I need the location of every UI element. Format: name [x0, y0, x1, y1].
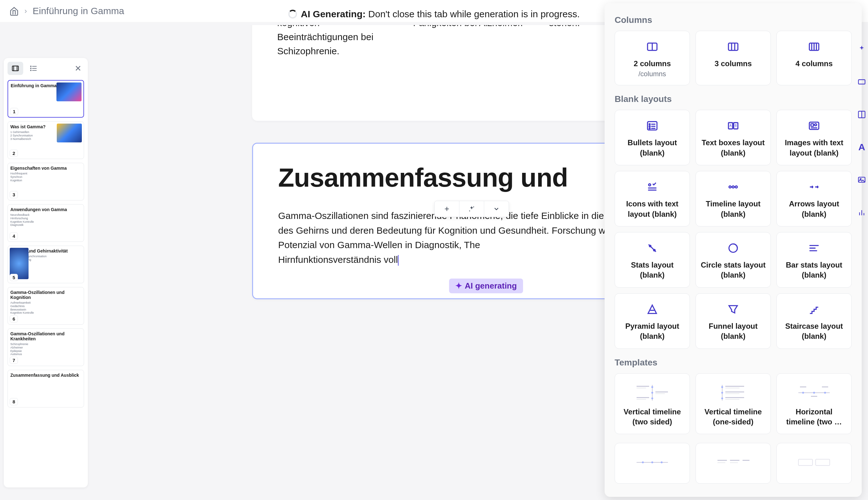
- svg-rect-0: [12, 66, 19, 71]
- svg-rect-15: [728, 43, 738, 50]
- layout-option-bars[interactable]: Bar stats layout (blank): [776, 232, 852, 288]
- svg-point-35: [815, 124, 817, 126]
- layout-shortcut: /columns: [619, 70, 686, 78]
- svg-text:B: B: [735, 124, 737, 128]
- layout-label: 4 columns: [780, 59, 848, 69]
- layout-label: Staircase layout (blank): [780, 321, 848, 342]
- layout-option-pyramid[interactable]: Pyramid layout (blank): [615, 293, 690, 349]
- layout-label: Bar stats layout (blank): [780, 260, 848, 281]
- para-part-2: tenzial von Gamma-Wellen in Diagnostik, …: [290, 240, 481, 250]
- svg-rect-87: [730, 462, 738, 463]
- svg-point-27: [649, 128, 650, 129]
- svg-rect-79: [822, 386, 828, 387]
- card-col-2[interactable]: potenzieller Biomarker für den Abbau kog…: [413, 25, 530, 58]
- layout-label: Bullets layout (blank): [619, 138, 686, 158]
- svg-point-64: [721, 386, 723, 388]
- layout-option-m3[interactable]: [776, 443, 852, 484]
- layout-label: Timeline layout (blank): [699, 199, 767, 219]
- bullets-icon: [619, 118, 686, 133]
- svg-rect-71: [725, 397, 744, 398]
- timeline-icon: [699, 179, 767, 194]
- layout-option-vt1[interactable]: Vertical timeline (one-sided): [695, 373, 771, 434]
- svg-rect-60: [656, 393, 665, 394]
- layout-option-ht[interactable]: Horizontal timeline (two …: [776, 373, 852, 434]
- svg-rect-68: [725, 388, 739, 388]
- home-icon[interactable]: [9, 6, 19, 16]
- svg-point-42: [732, 186, 734, 188]
- svg-point-81: [642, 462, 644, 463]
- card-col-1[interactable]: Gamma-Aktivitäten stehen in Verbindung m…: [277, 25, 394, 58]
- chevron-right-icon: ›: [24, 7, 27, 15]
- filmstrip-tab[interactable]: [8, 62, 23, 75]
- svg-point-47: [653, 249, 655, 251]
- layout-option-col4[interactable]: 4 columns: [776, 31, 852, 85]
- sidebar-tabs: ✕: [8, 62, 84, 75]
- vt2-icon: [619, 382, 686, 404]
- rail-layout-icon[interactable]: [856, 109, 867, 120]
- slide-number: 1: [10, 108, 18, 115]
- slide-thumb-7[interactable]: Gamma-Oszillationen und KrankheitenSchiz…: [8, 328, 84, 366]
- slide-thumb-3[interactable]: Eigenschaften von GammaHochfrequentSynch…: [8, 163, 84, 201]
- layout-option-textboxes[interactable]: ABText boxes layout (blank): [695, 110, 771, 165]
- layout-option-bullets[interactable]: Bullets layout (blank): [615, 110, 690, 165]
- svg-rect-62: [637, 399, 646, 400]
- layout-option-col3[interactable]: 3 columns: [695, 31, 771, 85]
- slide-number: 6: [10, 315, 18, 322]
- layout-option-stats[interactable]: Stats layout (blank): [615, 232, 690, 288]
- slide-thumb-1[interactable]: Einführung in Gamma1: [8, 80, 84, 118]
- layout-label: Circle stats layout (blank): [699, 260, 767, 281]
- slide-thumb-6[interactable]: Gamma-Oszillationen und KognitionAufmerk…: [8, 287, 84, 325]
- layout-option-imgtext[interactable]: Images with text layout (blank): [776, 110, 852, 165]
- icontext-icon: [619, 179, 686, 194]
- breadcrumb-title[interactable]: Einführung in Gamma: [33, 5, 124, 16]
- svg-rect-72: [725, 399, 739, 400]
- slide-number: 2: [10, 150, 18, 157]
- layout-option-icontext[interactable]: Icons with text layout (blank): [615, 171, 690, 226]
- layout-label: Arrows layout (blank): [780, 199, 848, 219]
- layout-option-m2[interactable]: [695, 443, 771, 484]
- layout-option-col2[interactable]: 2 columns/columns: [615, 31, 690, 85]
- list-tab[interactable]: [26, 62, 42, 75]
- layout-label: Icons with text layout (blank): [619, 199, 686, 219]
- add-card-button[interactable]: [435, 201, 460, 217]
- slide-thumb-2[interactable]: Was ist Gamma?1 Gehirnwellen2 Synchronis…: [8, 121, 84, 159]
- add-card-dropdown[interactable]: [484, 201, 509, 217]
- add-ai-card-button[interactable]: [460, 201, 484, 217]
- slide-thumb-8[interactable]: Zusammenfassung und Ausblick8: [8, 370, 84, 408]
- svg-point-7: [31, 68, 31, 69]
- rail-card-icon[interactable]: [856, 77, 867, 87]
- slide-thumb-4[interactable]: Anwendungen von GammaNeurofeedbackHirnfo…: [8, 204, 84, 242]
- svg-point-66: [721, 397, 723, 399]
- arrows-icon: [780, 179, 848, 194]
- layout-option-m1[interactable]: [615, 443, 690, 484]
- svg-rect-91: [859, 80, 865, 84]
- layout-option-vt2[interactable]: Vertical timeline (two sided): [615, 373, 690, 434]
- add-card-toolbar: [434, 201, 509, 217]
- layout-option-circle[interactable]: Circle stats layout (blank): [695, 232, 771, 288]
- ai-chip-label: AI generating: [465, 281, 517, 291]
- svg-point-74: [802, 392, 804, 394]
- ht-icon: [780, 382, 848, 404]
- rail-sparkle-icon[interactable]: [856, 44, 867, 55]
- imgtext-icon: [780, 118, 848, 133]
- layout-option-timeline[interactable]: Timeline layout (blank): [695, 171, 771, 226]
- rail-chart-icon[interactable]: [856, 207, 867, 218]
- section-templates-title: Templates: [615, 357, 852, 368]
- slide-thumb-5[interactable]: Gamma und Gehirnaktivität1 Neuronale Syn…: [8, 246, 84, 283]
- rail-image-icon[interactable]: [856, 174, 867, 185]
- close-sidebar-button[interactable]: ✕: [72, 62, 84, 75]
- rail-text-icon[interactable]: A: [856, 142, 867, 152]
- layout-option-stairs[interactable]: Staircase layout (blank): [776, 293, 852, 349]
- layout-option-funnel[interactable]: Funnel layout (blank): [695, 293, 771, 349]
- svg-point-23: [649, 124, 650, 125]
- svg-rect-77: [800, 386, 806, 387]
- textboxes-icon: AB: [699, 118, 767, 133]
- svg-rect-69: [725, 391, 744, 393]
- stairs-icon: [780, 302, 848, 317]
- sparkle-icon: ✦: [455, 281, 462, 291]
- layout-label: Vertical timeline (two sided): [619, 407, 686, 427]
- svg-rect-34: [811, 124, 813, 126]
- svg-point-75: [813, 392, 815, 394]
- layout-option-arrows[interactable]: Arrows layout (blank): [776, 171, 852, 226]
- col3-icon: [699, 39, 767, 54]
